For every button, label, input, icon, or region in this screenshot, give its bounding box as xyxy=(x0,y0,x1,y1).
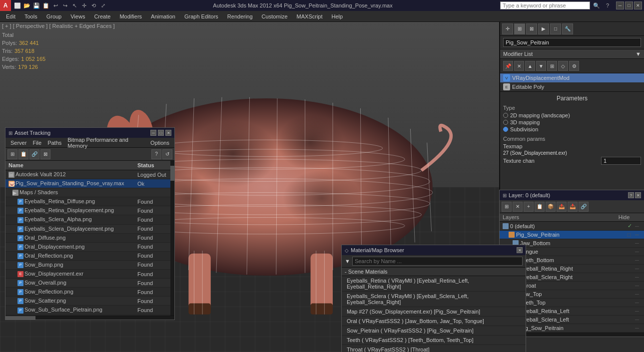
hierarchy-icon[interactable]: ⊠ xyxy=(526,23,537,34)
at-minimize-button[interactable]: ─ xyxy=(150,130,156,136)
at-maximize-button[interactable]: □ xyxy=(158,130,164,136)
minimize-button[interactable]: ─ xyxy=(616,1,624,9)
lp-btn-5[interactable]: 📦 xyxy=(546,202,556,212)
undo-icon[interactable]: ↩ xyxy=(51,1,60,10)
at-scrollbar-h[interactable] xyxy=(5,316,174,320)
new-icon[interactable]: ⬜ xyxy=(13,1,22,10)
lp-btn-4[interactable]: 📋 xyxy=(535,202,545,212)
mb-item-throat[interactable]: Throat ( VRayFastSSS2 ) [Throat] xyxy=(342,345,526,352)
at-menu-options[interactable]: Options xyxy=(147,139,172,147)
mb-item-sow-pietrain[interactable]: Sow_Pietrain ( VRayFastSSS2 ) [Pig_Sow_P… xyxy=(342,326,526,336)
at-menu-bitmap[interactable]: Bitmap Performance and Memory xyxy=(64,136,147,150)
redo-icon[interactable]: ↪ xyxy=(60,1,69,10)
move-down-button[interactable]: ▼ xyxy=(536,61,546,71)
at-btn-4[interactable]: ⊠ xyxy=(40,149,50,159)
motion-icon[interactable]: ▶ xyxy=(538,23,549,34)
radio-subdiv[interactable] xyxy=(503,127,508,132)
menu-animation[interactable]: Animation xyxy=(147,12,179,20)
mb-close-button[interactable]: ✕ xyxy=(517,247,523,253)
table-row[interactable]: POral_Reflection.png Found xyxy=(5,251,174,260)
mb-dropdown-icon[interactable]: ▼ xyxy=(345,258,350,264)
show-end-result-button[interactable]: ⊞ xyxy=(547,61,557,71)
lp-btn-8[interactable]: 🔗 xyxy=(579,202,589,212)
menu-rendering[interactable]: Rendering xyxy=(223,12,257,20)
open-icon[interactable]: 📂 xyxy=(22,1,31,10)
maximize-button[interactable]: □ xyxy=(625,1,633,9)
rotate-icon[interactable]: ⟲ xyxy=(89,1,98,10)
at-scrollthumb-v[interactable] xyxy=(170,166,174,181)
at-menu-file[interactable]: File xyxy=(29,139,44,147)
table-row[interactable]: PEyeballs_Retina_Diffuse.png Found xyxy=(5,197,174,206)
menu-graph-editors[interactable]: Graph Editors xyxy=(180,12,222,20)
table-row[interactable]: PSow_Scatter.png Found xyxy=(5,297,174,306)
table-row[interactable]: 🐷Pig_Sow_Peitrain_Standing_Pose_vray.max… xyxy=(5,179,174,188)
lp-btn-1[interactable]: ⊞ xyxy=(502,202,512,212)
radio-2d[interactable] xyxy=(503,113,508,118)
move-up-button[interactable]: ▲ xyxy=(525,61,535,71)
at-btn-2[interactable]: 📋 xyxy=(18,149,28,159)
display-icon[interactable]: □ xyxy=(550,23,561,34)
table-row[interactable]: PEyeballs_Sclera_Displaycement.png Found xyxy=(5,224,174,233)
lp-btn-3[interactable]: + xyxy=(524,202,534,212)
menu-edit[interactable]: Edit xyxy=(2,12,19,20)
type-option-2d[interactable]: 2D mapping (landscape) xyxy=(503,112,641,119)
at-col-name[interactable]: Name xyxy=(5,161,134,170)
scale-icon[interactable]: ⤢ xyxy=(98,1,107,10)
create-icon[interactable]: ✛ xyxy=(502,23,513,34)
mb-search-input[interactable] xyxy=(352,257,523,266)
table-row[interactable]: PSow_Reflection.png Found xyxy=(5,288,174,297)
table-row[interactable]: PSow_Bump.png Found xyxy=(5,260,174,269)
table-row[interactable]: ESow_Displaycement.exr Found xyxy=(5,270,174,279)
lp-item-pig-sow[interactable]: Pig_Sow_Peitrain □ ─ xyxy=(500,231,644,239)
mb-item-teeth[interactable]: Teeth ( VRayFastSSS2 ) [Teeth_Bottom, Te… xyxy=(342,336,526,345)
menu-group[interactable]: Group xyxy=(42,12,66,20)
table-row[interactable]: PSow_Overall.png Found xyxy=(5,279,174,288)
at-close-button[interactable]: ✕ xyxy=(165,130,171,136)
mb-item-eyeballs-sclera[interactable]: Eyeballs_Sclera ( VRayMtl ) [Eyeball_Scl… xyxy=(342,292,526,307)
make-unique-button[interactable]: ◇ xyxy=(558,61,568,71)
search-icon[interactable]: 🔍 xyxy=(592,1,601,10)
type-option-subdiv[interactable]: Subdivision xyxy=(503,126,641,133)
table-row[interactable]: 🏛Autodesk Vault 2012 Logged Out xyxy=(5,170,174,179)
mb-item-oral[interactable]: Oral ( VRayFastSSS2 ) [Jaw_Bottom, Jaw_T… xyxy=(342,317,526,326)
at-btn-1[interactable]: ⊞ xyxy=(7,149,17,159)
lp-help-button[interactable]: ? xyxy=(628,192,634,198)
mb-item-map27[interactable]: Map #27 (Sow_Displaycement.exr) [Pig_Sow… xyxy=(342,307,526,317)
texture-chan-input[interactable] xyxy=(601,157,641,165)
table-row[interactable]: PEyeballs_Sclera_Alpha.png Found xyxy=(5,215,174,224)
modifier-item-vray[interactable]: V VRayDisplacementMod xyxy=(500,73,644,82)
menu-maxscript[interactable]: MAXScript xyxy=(293,12,327,20)
delete-mod-button[interactable]: ✕ xyxy=(514,61,524,71)
menu-customize[interactable]: Customize xyxy=(258,12,292,20)
at-scrollthumb-h[interactable] xyxy=(5,316,35,320)
at-refresh-btn[interactable]: ↺ xyxy=(162,149,172,159)
table-row[interactable]: POral_Displaycement.png Found xyxy=(5,242,174,251)
lp-item-default[interactable]: 0 (default) ✓ ─ xyxy=(500,222,644,231)
menu-modifiers[interactable]: Modifiers xyxy=(115,12,146,20)
menu-create[interactable]: Create xyxy=(90,12,114,20)
lp-btn-7[interactable]: 📥 xyxy=(568,202,578,212)
modifier-item-editable-poly[interactable]: E Editable Poly xyxy=(500,82,644,91)
utilities-icon[interactable]: 🔧 xyxy=(562,23,573,34)
menu-views[interactable]: Views xyxy=(66,12,89,20)
at-col-status[interactable]: Status xyxy=(134,161,174,170)
at-menu-server[interactable]: Server xyxy=(7,139,29,147)
lp-btn-6[interactable]: 📤 xyxy=(557,202,567,212)
help-icon[interactable]: ? xyxy=(603,1,612,10)
table-row[interactable]: PSow_Sub_Surface_Pietrain.png Found xyxy=(5,306,174,315)
modifier-dropdown-icon[interactable]: ▼ xyxy=(636,51,641,57)
modify-icon[interactable]: ⊞ xyxy=(514,23,525,34)
type-option-3d[interactable]: 3D mapping xyxy=(503,119,641,126)
table-row[interactable]: PEyeballs_Retina_Displaycement.png Found xyxy=(5,206,174,215)
at-scrollbar-v[interactable] xyxy=(170,161,174,316)
table-row[interactable]: ▶Maps / Shaders xyxy=(5,188,174,197)
lp-btn-2[interactable]: ✕ xyxy=(513,202,523,212)
radio-3d[interactable] xyxy=(503,120,508,125)
at-menu-paths[interactable]: Paths xyxy=(44,139,64,147)
menu-help[interactable]: Help xyxy=(328,12,347,20)
select-icon[interactable]: ↖ xyxy=(70,1,79,10)
menu-tools[interactable]: Tools xyxy=(20,12,41,20)
close-button[interactable]: ✕ xyxy=(634,1,642,9)
at-help-btn[interactable]: ? xyxy=(151,149,161,159)
pin-mod-button[interactable]: 📌 xyxy=(503,61,513,71)
